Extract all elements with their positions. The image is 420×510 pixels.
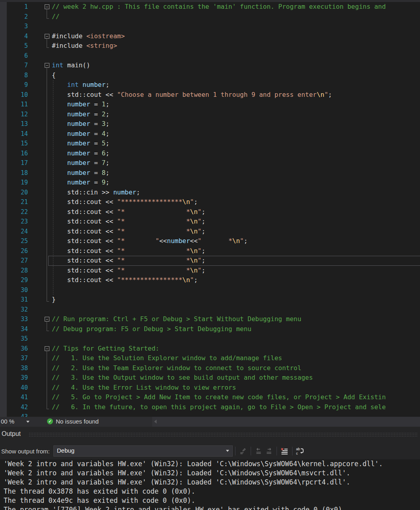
fold-collapse-toggle[interactable]: − xyxy=(44,314,50,324)
code-text: std::cout << "* *\n"; xyxy=(52,266,205,276)
fold-collapse-toggle[interactable]: − xyxy=(44,344,50,354)
line-number: 17 xyxy=(0,158,28,168)
panel-drag-handle[interactable] xyxy=(29,432,418,437)
code-text: // 3. Use the Output window to see build… xyxy=(52,373,313,383)
fold-collapse-toggle[interactable]: − xyxy=(44,31,50,41)
code-line[interactable]: 18 number = 8; xyxy=(0,168,420,178)
code-line[interactable]: 34// Debug program: F5 or Debug > Start … xyxy=(0,324,420,334)
code-line[interactable]: 36−// Tips for Getting Started: xyxy=(0,344,420,354)
fold-guide xyxy=(44,324,50,334)
fold-guide xyxy=(44,227,50,237)
code-line[interactable]: 13 number = 3; xyxy=(0,119,420,129)
code-text: number = 4; xyxy=(52,129,110,139)
output-source-dropdown[interactable]: Debug xyxy=(53,445,233,457)
code-line[interactable]: 6 xyxy=(0,51,420,61)
code-line[interactable]: 1−// week 2 hw.cpp : This file contains … xyxy=(0,2,420,12)
horizontal-scrollbar[interactable] xyxy=(152,417,420,427)
code-text: std::cout << "****************\n"; xyxy=(52,197,198,207)
fold-guide xyxy=(44,246,50,256)
code-line[interactable]: 7−int main() xyxy=(0,61,420,71)
code-line[interactable]: 3 xyxy=(0,22,420,31)
code-line[interactable]: 43 xyxy=(0,412,420,417)
code-line[interactable]: 5#include <string> xyxy=(0,41,420,51)
scroll-left-icon[interactable] xyxy=(154,420,157,424)
line-number: 30 xyxy=(0,285,28,295)
code-line[interactable]: 42// 6. In the future, to open this proj… xyxy=(0,402,420,412)
code-text: number = 6; xyxy=(52,149,110,159)
code-line[interactable]: 16 number = 6; xyxy=(0,149,420,159)
code-line[interactable]: 31} xyxy=(0,295,420,305)
line-number: 26 xyxy=(0,246,28,256)
code-line[interactable]: 25 std::cout << "* "<<number<<" *\n"; xyxy=(0,236,420,246)
line-number: 43 xyxy=(0,412,28,417)
output-log[interactable]: 'Week 2 intro and variables HW.exe' (Win… xyxy=(0,459,420,510)
code-line[interactable]: 22 std::cout << "* *\n"; xyxy=(0,207,420,217)
code-line[interactable]: 41// 5. Go to Project > Add New Item to … xyxy=(0,392,420,402)
fold-guide xyxy=(44,90,50,100)
zoom-control[interactable]: 00 % xyxy=(0,417,45,427)
code-line[interactable]: 4−#include <iostream> xyxy=(0,31,420,41)
code-line[interactable]: 9 int number; xyxy=(0,80,420,90)
line-number: 37 xyxy=(0,353,28,363)
line-number: 6 xyxy=(0,51,28,61)
code-line[interactable]: 12 number = 2; xyxy=(0,110,420,120)
code-line[interactable]: 14 number = 4; xyxy=(0,129,420,139)
code-line[interactable]: 20 std::cin >> number; xyxy=(0,188,420,198)
line-number: 8 xyxy=(0,71,28,80)
editor-status-bar: 00 % ✓ No issues found xyxy=(0,417,420,427)
health-label: No issues found xyxy=(56,418,99,425)
code-line[interactable]: 32 xyxy=(0,305,420,315)
code-line[interactable]: 21 std::cout << "****************\n"; xyxy=(0,197,420,207)
find-message-icon xyxy=(239,447,247,455)
fold-guide xyxy=(44,100,50,110)
code-line[interactable]: 30 xyxy=(0,285,420,295)
code-line[interactable]: 40// 4. Use the Error List window to vie… xyxy=(0,383,420,393)
code-line[interactable]: 39// 3. Use the Output window to see bui… xyxy=(0,373,420,383)
fold-guide xyxy=(44,110,50,120)
code-line[interactable]: 29 std::cout << "****************\n"; xyxy=(0,275,420,285)
line-number: 41 xyxy=(0,392,28,402)
next-message-icon xyxy=(265,447,273,455)
code-line[interactable]: 8{ xyxy=(0,71,420,80)
code-line[interactable]: 38// 2. Use the Team Explorer window to … xyxy=(0,363,420,373)
code-line[interactable]: 33−// Run program: Ctrl + F5 or Debug > … xyxy=(0,314,420,324)
code-text: // Debug program: F5 or Debug > Start De… xyxy=(52,324,251,334)
code-line[interactable]: 24 std::cout << "* *\n"; xyxy=(0,227,420,237)
line-number: 23 xyxy=(0,217,28,227)
code-line[interactable]: 35 xyxy=(0,334,420,344)
fold-guide xyxy=(44,168,50,178)
clear-all-button[interactable] xyxy=(279,446,290,456)
fold-guide xyxy=(44,139,50,149)
next-message-button[interactable] xyxy=(264,446,274,456)
code-editor[interactable]: 1−// week 2 hw.cpp : This file contains … xyxy=(0,2,420,417)
code-text: } xyxy=(52,295,56,305)
code-line[interactable]: 11 number = 1; xyxy=(0,100,420,110)
code-text: number = 9; xyxy=(52,178,110,188)
output-line: 'Week 2 intro and variables HW.exe' (Win… xyxy=(0,478,420,487)
line-number: 10 xyxy=(0,90,28,100)
fold-collapse-toggle[interactable]: − xyxy=(44,61,50,71)
code-line[interactable]: 15 number = 5; xyxy=(0,139,420,149)
code-line[interactable]: 37// 1. Use the Solution Explorer window… xyxy=(0,353,420,363)
document-health-indicator[interactable]: ✓ No issues found xyxy=(47,418,99,425)
fold-collapse-toggle[interactable]: − xyxy=(44,2,50,12)
fold-guide xyxy=(44,402,50,412)
word-wrap-button[interactable]: ab c xyxy=(295,446,305,456)
code-line[interactable]: 23 std::cout << "* *\n"; xyxy=(0,217,420,227)
fold-guide xyxy=(44,197,50,207)
code-line[interactable]: 17 number = 7; xyxy=(0,158,420,168)
chevron-down-icon xyxy=(226,450,229,452)
find-message-button[interactable] xyxy=(238,446,248,456)
code-line[interactable]: 28 std::cout << "* *\n"; xyxy=(0,266,420,276)
line-number: 42 xyxy=(0,402,28,412)
code-line[interactable]: 2// xyxy=(0,12,420,22)
fold-guide xyxy=(44,363,50,373)
previous-message-button[interactable] xyxy=(253,446,264,456)
line-number: 20 xyxy=(0,188,28,198)
code-line[interactable]: 19 number = 9; xyxy=(0,178,420,188)
fold-guide xyxy=(44,41,50,51)
code-line[interactable]: 26 std::cout << "* *\n"; xyxy=(0,246,420,256)
line-number: 4 xyxy=(0,31,28,41)
code-line[interactable]: 10 std::cout << "Choose a number between… xyxy=(0,90,420,100)
line-number: 39 xyxy=(0,373,28,383)
